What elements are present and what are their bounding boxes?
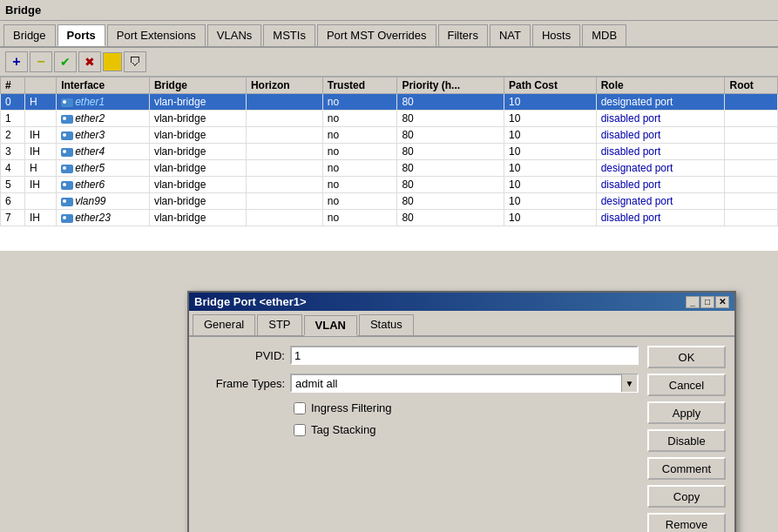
window-title: Bridge (0, 0, 778, 21)
table-row[interactable]: 1ether2vlan-bridgeno8010disabled port (1, 111, 778, 127)
tab-ports[interactable]: Ports (58, 24, 105, 46)
ports-table: # Interface Bridge Horizon Trusted Prior… (0, 77, 778, 226)
pvid-row: PVID: (198, 346, 639, 365)
dialog-body: PVID: Frame Types: admit all admit only … (189, 337, 734, 532)
col-bridge: Bridge (149, 77, 246, 94)
interface-cell: ether6 (57, 177, 150, 193)
vlan-form: PVID: Frame Types: admit all admit only … (198, 346, 639, 532)
col-trusted: Trusted (322, 77, 397, 94)
ok-dialog-button[interactable]: OK (647, 346, 726, 368)
col-num: # (1, 77, 25, 94)
dialog-title-buttons: _ □ ✕ (686, 296, 729, 308)
col-root: Root (725, 77, 778, 94)
ingress-filtering-row: Ingress Filtering (294, 401, 639, 414)
frame-types-label: Frame Types: (198, 377, 285, 390)
toolbar: + − ✔ ✖ ⛉ (0, 48, 778, 77)
table-row[interactable]: 4Hether5vlan-bridgeno8010designated port (1, 160, 778, 177)
disable-dialog-button[interactable]: Disable (647, 429, 726, 452)
table-row[interactable]: 5IHether6vlan-bridgeno8010disabled port (1, 177, 778, 193)
pvid-input[interactable] (290, 346, 639, 365)
col-interface: Interface (57, 77, 150, 94)
copy-dialog-button[interactable]: Copy (647, 485, 726, 508)
table-row[interactable]: 3IHether4vlan-bridgeno8010disabled port (1, 144, 778, 160)
tab-mstis[interactable]: MSTIs (263, 24, 315, 46)
interface-cell: ether5 (57, 160, 150, 177)
frame-types-select[interactable]: admit all admit only tagged admit only u… (292, 374, 621, 392)
frame-types-dropdown-arrow[interactable]: ▼ (621, 374, 637, 392)
add-button[interactable]: + (5, 51, 28, 72)
tab-port-mst-overrides[interactable]: Port MST Overrides (317, 24, 436, 46)
dialog-title: Bridge Port <ether1> (194, 295, 307, 308)
remove-dialog-button[interactable]: Remove (647, 513, 726, 532)
dialog-tab-vlan[interactable]: VLAN (304, 315, 357, 336)
interface-cell: ether3 (57, 127, 150, 144)
table-row[interactable]: 2IHether3vlan-bridgeno8010disabled port (1, 127, 778, 144)
dialog-tab-bar: General STP VLAN Status (189, 311, 734, 337)
col-flag (24, 77, 56, 94)
frame-types-row: Frame Types: admit all admit only tagged… (198, 374, 639, 393)
tag-stacking-row: Tag Stacking (294, 423, 639, 436)
bridge-port-dialog: Bridge Port <ether1> _ □ ✕ General STP V… (187, 291, 736, 532)
table-row[interactable]: 6vlan99vlan-bridgeno8010designated port (1, 193, 778, 210)
dialog-tab-stp[interactable]: STP (257, 314, 301, 335)
remove-button[interactable]: − (30, 51, 52, 72)
ok-button[interactable]: ✔ (54, 51, 77, 72)
dialog-maximize-button[interactable]: □ (700, 296, 714, 308)
interface-cell: vlan99 (57, 193, 150, 210)
pvid-label: PVID: (198, 349, 285, 362)
dialog-action-buttons: OK Cancel Apply Disable Comment Copy Rem… (647, 346, 726, 532)
top-tab-bar: Bridge Ports Port Extensions VLANs MSTIs… (0, 21, 778, 48)
tab-vlans[interactable]: VLANs (207, 24, 261, 46)
dialog-tab-general[interactable]: General (193, 314, 255, 335)
ports-table-container: # Interface Bridge Horizon Trusted Prior… (0, 77, 778, 251)
table-row[interactable]: 7IHether23vlan-bridgeno8010disabled port (1, 210, 778, 226)
tag-stacking-label: Tag Stacking (311, 423, 375, 436)
tag-stacking-checkbox[interactable] (294, 424, 306, 436)
tab-port-extensions[interactable]: Port Extensions (107, 24, 206, 46)
copy-button[interactable] (103, 52, 122, 71)
col-horizon: Horizon (246, 77, 322, 94)
ingress-filtering-label: Ingress Filtering (311, 401, 391, 414)
col-pathcost: Path Cost (504, 77, 596, 94)
cancel-button[interactable]: ✖ (78, 51, 101, 72)
dialog-close-button[interactable]: ✕ (715, 296, 729, 308)
col-role: Role (596, 77, 725, 94)
interface-cell: ether4 (57, 144, 150, 160)
interface-cell: ether2 (57, 111, 150, 127)
comment-dialog-button[interactable]: Comment (647, 457, 726, 480)
filter-button[interactable]: ⛉ (124, 51, 146, 72)
apply-dialog-button[interactable]: Apply (647, 401, 726, 424)
frame-types-select-wrapper: admit all admit only tagged admit only u… (290, 374, 639, 393)
tab-hosts[interactable]: Hosts (532, 24, 580, 46)
col-priority: Priority (h... (397, 77, 504, 94)
interface-cell: ether1 (57, 94, 150, 111)
cancel-dialog-button[interactable]: Cancel (647, 374, 726, 396)
dialog-tab-status[interactable]: Status (359, 314, 414, 335)
tab-nat[interactable]: NAT (490, 24, 531, 46)
ingress-filtering-checkbox[interactable] (294, 402, 306, 414)
interface-cell: ether23 (57, 210, 150, 226)
tab-bridge[interactable]: Bridge (3, 24, 56, 46)
tab-filters[interactable]: Filters (438, 24, 488, 46)
table-row[interactable]: 0Hether1vlan-bridgeno8010designated port (1, 94, 778, 111)
dialog-titlebar: Bridge Port <ether1> _ □ ✕ (189, 293, 734, 311)
dialog-minimize-button[interactable]: _ (686, 296, 700, 308)
tab-mdb[interactable]: MDB (582, 24, 626, 46)
